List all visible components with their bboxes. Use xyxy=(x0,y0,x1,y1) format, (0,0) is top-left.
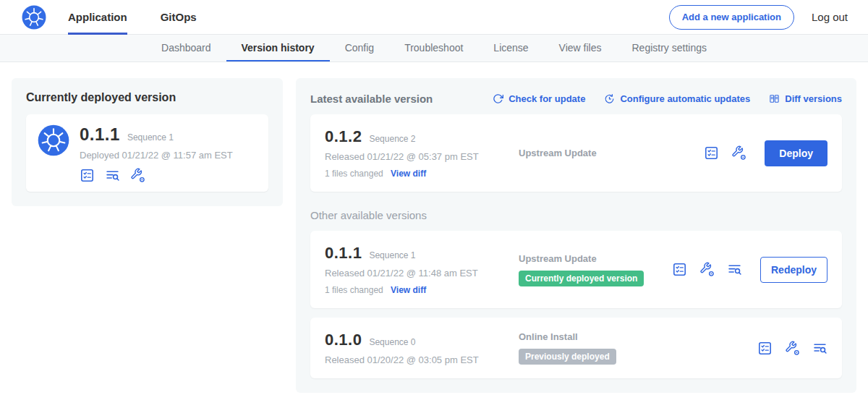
diff-versions-label: Diff versions xyxy=(785,93,842,104)
version-history-panel: Latest available version Check for updat… xyxy=(296,78,856,393)
subnav-tab-license[interactable]: License xyxy=(478,35,543,61)
files-changed-line: 1 files changed View diff xyxy=(325,285,511,295)
schedule-update-icon xyxy=(604,93,615,104)
version-info: 0.1.2 Sequence 2 Released 01/21/22 @ 05:… xyxy=(325,127,511,179)
preflight-checks-icon[interactable] xyxy=(80,168,95,183)
version-card-0-1-0: 0.1.0 Sequence 0 Released 01/20/22 @ 03:… xyxy=(310,318,842,378)
version-info: 0.1.0 Sequence 0 Released 01/20/22 @ 03:… xyxy=(325,331,511,365)
app-icon xyxy=(38,124,69,156)
source-label: Upstream Update xyxy=(519,253,672,264)
version-actions: Redeploy xyxy=(672,257,827,283)
deployed-action-icons xyxy=(80,168,233,183)
deployed-panel-title: Currently deployed version xyxy=(26,91,268,104)
source-label: Upstream Update xyxy=(519,148,704,158)
version-number: 0.1.2 xyxy=(325,127,362,146)
version-header-actions: Check for update Configure automatic upd… xyxy=(493,93,842,104)
deployed-version-number: 0.1.1 xyxy=(80,124,120,145)
deploy-logs-icon[interactable] xyxy=(105,168,120,183)
preflight-checks-icon[interactable] xyxy=(757,341,773,356)
released-timestamp: Released 01/21/22 @ 11:48 am EST xyxy=(325,268,511,279)
check-for-update-link[interactable]: Check for update xyxy=(493,93,585,104)
redeploy-button[interactable]: Redeploy xyxy=(760,257,827,283)
currently-deployed-badge: Currently deployed version xyxy=(519,271,644,286)
tab-application[interactable]: Application xyxy=(68,0,127,35)
topbar-tabs: Application GitOps xyxy=(68,0,230,35)
subnav-tab-version-history[interactable]: Version history xyxy=(226,35,330,61)
deployed-version-card: 0.1.1 Sequence 1 Deployed 01/21/22 @ 11:… xyxy=(26,114,268,192)
add-application-button[interactable]: Add a new application xyxy=(669,5,794,30)
main-content: Currently deployed version 0.1.1 Sequenc… xyxy=(0,62,868,408)
files-changed-label: 1 files changed xyxy=(325,285,383,295)
deploy-logs-icon[interactable] xyxy=(812,341,827,356)
other-versions-heading: Other available versions xyxy=(310,209,842,221)
version-source: Upstream Update xyxy=(511,148,704,158)
preflight-checks-icon[interactable] xyxy=(704,145,719,161)
subnav-tab-troubleshoot[interactable]: Troubleshoot xyxy=(389,35,478,61)
configure-automatic-updates-link[interactable]: Configure automatic updates xyxy=(604,93,750,104)
subnav-tab-dashboard[interactable]: Dashboard xyxy=(146,35,226,61)
sequence-label: Sequence 2 xyxy=(369,134,415,144)
sequence-label: Sequence 1 xyxy=(369,250,415,260)
topbar-right-actions: Add a new application Log out xyxy=(669,5,848,30)
version-source: Online Install Previously deployed xyxy=(511,331,757,365)
subnav-tab-registry-settings[interactable]: Registry settings xyxy=(617,35,722,61)
refresh-icon xyxy=(493,93,503,104)
deployed-timestamp: Deployed 01/21/22 @ 11:57 am EST xyxy=(80,150,233,161)
released-timestamp: Released 01/20/22 @ 03:05 pm EST xyxy=(325,354,511,365)
version-actions xyxy=(757,341,827,356)
kubernetes-logo-icon xyxy=(22,5,46,30)
source-label: Online Install xyxy=(519,331,757,342)
edit-config-icon[interactable] xyxy=(130,168,145,183)
view-diff-link[interactable]: View diff xyxy=(391,169,426,179)
edit-config-icon[interactable] xyxy=(731,145,746,161)
app-subnav: Dashboard Version history Config Trouble… xyxy=(0,35,868,62)
deploy-logs-icon[interactable] xyxy=(727,262,742,277)
version-source: Upstream Update Currently deployed versi… xyxy=(511,253,672,286)
diff-icon xyxy=(769,93,780,104)
version-card-0-1-1: 0.1.1 Sequence 1 Released 01/21/22 @ 11:… xyxy=(310,231,842,308)
deployed-sequence-label: Sequence 1 xyxy=(127,132,174,143)
subnav-tab-view-files[interactable]: View files xyxy=(544,35,617,61)
subnav-tab-config[interactable]: Config xyxy=(330,35,389,61)
diff-versions-link[interactable]: Diff versions xyxy=(769,93,842,104)
deployed-version-info: 0.1.1 Sequence 1 Deployed 01/21/22 @ 11:… xyxy=(80,124,233,183)
version-actions: Deploy xyxy=(704,140,827,166)
released-timestamp: Released 01/21/22 @ 05:37 pm EST xyxy=(325,151,511,162)
tab-gitops[interactable]: GitOps xyxy=(161,0,197,35)
version-number: 0.1.0 xyxy=(325,331,362,349)
sequence-label: Sequence 0 xyxy=(369,337,415,347)
version-info: 0.1.1 Sequence 1 Released 01/21/22 @ 11:… xyxy=(325,244,511,295)
top-navigation-bar: Application GitOps Add a new application… xyxy=(0,0,868,35)
previously-deployed-badge: Previously deployed xyxy=(519,349,616,365)
configure-automatic-updates-label: Configure automatic updates xyxy=(620,93,750,104)
deploy-button[interactable]: Deploy xyxy=(765,140,827,166)
version-history-header: Latest available version Check for updat… xyxy=(310,90,842,105)
edit-config-icon[interactable] xyxy=(699,262,715,277)
files-changed-line: 1 files changed View diff xyxy=(325,169,511,179)
logout-link[interactable]: Log out xyxy=(812,11,848,23)
edit-config-icon[interactable] xyxy=(785,341,800,356)
currently-deployed-panel: Currently deployed version 0.1.1 Sequenc… xyxy=(12,78,283,206)
version-number: 0.1.1 xyxy=(325,244,362,263)
preflight-checks-icon[interactable] xyxy=(672,262,687,277)
check-for-update-label: Check for update xyxy=(509,93,585,104)
files-changed-label: 1 files changed xyxy=(325,169,383,179)
latest-version-card: 0.1.2 Sequence 2 Released 01/21/22 @ 05:… xyxy=(310,114,842,192)
view-diff-link[interactable]: View diff xyxy=(391,285,426,295)
latest-version-heading: Latest available version xyxy=(310,93,433,105)
